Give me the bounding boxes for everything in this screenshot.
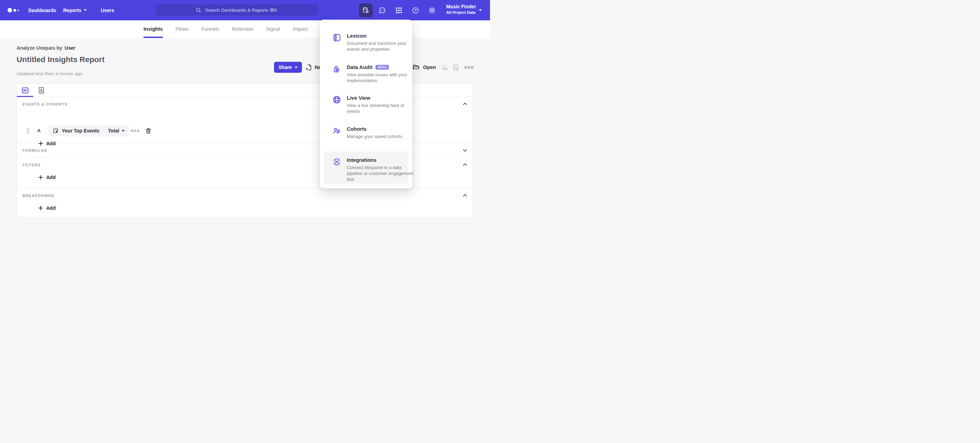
add-alert-button[interactable]	[441, 64, 448, 71]
integrations-title: Integrations	[347, 157, 377, 164]
more-dot	[465, 66, 467, 69]
feedback-button[interactable]	[375, 3, 389, 17]
apps-grid-button[interactable]	[392, 3, 406, 17]
events-section-label: EVENTS & COHORTS	[22, 102, 68, 106]
metric-chevron-down-icon	[122, 130, 124, 132]
help-button[interactable]: ?	[409, 3, 422, 17]
add-to-board-button[interactable]	[452, 64, 460, 71]
tab-flows[interactable]: Flows	[176, 21, 189, 38]
share-button[interactable]: Share	[274, 62, 302, 73]
lexicon-description: Document and transform your events and p…	[347, 40, 415, 52]
event-selector-button[interactable]: Your Top Events	[48, 125, 104, 136]
settings-button[interactable]	[425, 3, 439, 17]
lexicon-title: Lexicon	[347, 32, 366, 39]
data-audit-title: Data Audit	[347, 64, 372, 71]
tab-retention[interactable]: Retention	[232, 21, 253, 38]
menu-item-lexicon[interactable]: Lexicon Document and transform your even…	[332, 32, 415, 52]
settings-icon	[428, 6, 436, 14]
menu-item-integrations[interactable]: Integrations Connect Mixpanel to a data …	[332, 157, 415, 182]
data-management-icon	[362, 6, 369, 14]
analyze-entity-selector[interactable]: User	[65, 45, 75, 51]
add-filter-button[interactable]: Add	[38, 175, 56, 180]
project-scope: All Project Data	[446, 10, 476, 15]
nav-reports[interactable]: Reports	[63, 0, 87, 21]
search-input[interactable]: Search Dashboards & Reports ⌘K	[155, 5, 318, 16]
beta-badge: BETA	[375, 65, 389, 70]
more-actions-button[interactable]	[465, 66, 473, 69]
feedback-icon	[379, 6, 386, 14]
data-audit-description: View possible issues with your implement…	[347, 72, 415, 84]
trash-icon	[145, 127, 152, 134]
board-plus-icon	[452, 64, 460, 71]
metric-selector-button[interactable]: Total	[103, 125, 129, 136]
breakdowns-collapse-chevron-up-icon[interactable]	[462, 193, 468, 198]
integrations-description: Connect Mixpanel to a data pipeline or c…	[347, 165, 415, 182]
add-breakdown-button[interactable]: Add	[38, 205, 56, 211]
data-management-dropdown: Lexicon Document and transform your even…	[320, 20, 412, 188]
cohorts-description: Manage your saved cohorts	[347, 133, 415, 140]
integrations-sync-icon	[332, 157, 341, 166]
breakdowns-section: BREAKDOWNS Add	[17, 188, 473, 218]
menu-item-data-audit[interactable]: Data Audit BETA View possible issues wit…	[332, 64, 415, 84]
updated-timestamp: Updated less than a minute ago	[17, 71, 83, 76]
chevron-down-icon	[84, 9, 87, 11]
filters-collapse-chevron-up-icon[interactable]	[462, 162, 468, 167]
apps-grid-icon	[395, 7, 402, 14]
tab-funnels[interactable]: Funnels	[201, 21, 219, 38]
events-view-tab[interactable]	[21, 87, 29, 94]
report-type-tabs: Insights Flows Funnels Retention Signal …	[0, 21, 490, 38]
svg-text:?: ?	[414, 8, 417, 13]
open-report-label: Open	[423, 65, 436, 70]
formulas-section-label: FORMULAS	[22, 148, 47, 152]
profiles-view-tab[interactable]	[38, 87, 45, 94]
nav-dashboards-label: Dashboards	[28, 8, 56, 13]
bell-plus-icon	[441, 64, 448, 71]
nav-reports-label: Reports	[63, 8, 81, 13]
mixpanel-logo-icon[interactable]	[8, 8, 19, 13]
event-more-options-button[interactable]	[131, 130, 139, 132]
event-name: Your Top Events	[62, 128, 99, 133]
filters-section-label: FILTERS	[22, 163, 41, 167]
nav-users-label: Users	[101, 8, 114, 13]
top-navigation-bar: Dashboards Reports Users Search Dashboar…	[0, 0, 490, 21]
pulse-chart-icon	[21, 87, 29, 94]
nav-users[interactable]: Users	[101, 0, 114, 21]
project-chevron-down-icon[interactable]	[479, 9, 482, 11]
tab-signal[interactable]: Signal	[266, 21, 280, 38]
cohorts-title: Cohorts	[347, 125, 367, 132]
add-breakdown-label: Add	[46, 205, 56, 211]
search-placeholder: Search Dashboards & Reports ⌘K	[205, 7, 277, 13]
delete-event-button[interactable]	[145, 127, 152, 134]
nav-dashboards[interactable]: Dashboards	[28, 0, 56, 21]
cohorts-people-icon	[332, 126, 341, 135]
analyze-by-row: Analyze Uniques byUser	[17, 45, 75, 51]
open-report-button[interactable]: Open	[412, 64, 436, 71]
data-management-button[interactable]	[359, 3, 373, 17]
breakdowns-section-label: BREAKDOWNS	[22, 194, 54, 198]
new-report-icon	[305, 64, 313, 71]
data-audit-lock-icon	[332, 65, 341, 73]
tab-impact[interactable]: Impact	[293, 21, 308, 38]
page-title[interactable]: Untitled Insights Report	[17, 55, 105, 64]
live-view-title: Live View	[347, 95, 370, 102]
event-letter-badge: A	[37, 128, 41, 133]
lexicon-book-icon	[332, 33, 341, 42]
menu-item-cohorts[interactable]: Cohorts Manage your saved cohorts	[332, 125, 415, 140]
live-view-description: View a live streaming feed of events	[347, 102, 415, 114]
plus-icon	[38, 206, 43, 210]
menu-item-live-view[interactable]: Live View View a live streaming feed of …	[332, 95, 415, 114]
drag-handle-icon[interactable]	[27, 128, 30, 134]
mixpanel-insights-page: Dashboards Reports Users Search Dashboar…	[0, 0, 490, 221]
add-filter-label: Add	[46, 175, 56, 180]
share-chevron-down-icon	[295, 67, 298, 68]
live-view-globe-icon	[332, 95, 341, 104]
formulas-expand-chevron-down-icon[interactable]	[462, 148, 468, 153]
share-button-label: Share	[278, 65, 292, 70]
events-collapse-chevron-up-icon[interactable]	[462, 102, 468, 106]
analyze-prefix: Analyze Uniques by	[17, 45, 62, 51]
user-card-icon	[38, 87, 45, 94]
project-selector[interactable]: Music Finder All Project Data	[446, 3, 476, 15]
cursor-click-icon	[52, 128, 59, 134]
help-icon: ?	[412, 6, 419, 14]
tab-insights[interactable]: Insights	[143, 21, 163, 38]
